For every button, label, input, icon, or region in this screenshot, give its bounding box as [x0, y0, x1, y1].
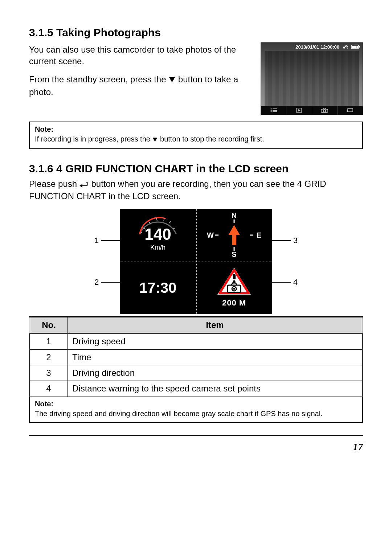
- svg-rect-3: [359, 46, 360, 48]
- callout-2: 2: [94, 277, 120, 288]
- table-cell-item: Distance warning to the speed camera set…: [68, 381, 363, 397]
- svg-point-35: [233, 288, 235, 290]
- paragraph-intro: You can also use this camcorder to take …: [29, 44, 253, 67]
- paragraph-instruction: From the standby screen, press the butto…: [29, 74, 253, 98]
- triangle-down-icon: [152, 135, 158, 145]
- quadrant-warning: 200 M: [196, 262, 272, 314]
- callout-number: 3: [293, 235, 298, 246]
- note-text: If recording is in progress, press the b…: [35, 134, 357, 145]
- text-fragment: From the standby screen, press the: [29, 74, 168, 84]
- svg-line-24: [156, 218, 157, 221]
- svg-point-11: [270, 110, 271, 111]
- table-row: 3Driving direction: [30, 365, 363, 381]
- heading-grid-function-chart: 3.1.6 4 GRID FUNCTION CHART in the LCD s…: [29, 161, 363, 176]
- table-cell-item: Driving direction: [68, 365, 363, 381]
- footer-rule: [29, 435, 363, 436]
- note-title: Note:: [35, 399, 357, 409]
- svg-marker-19: [153, 138, 157, 141]
- table-head-item: Item: [68, 317, 363, 333]
- play-icon: [286, 106, 312, 115]
- paragraph-grid-instruction: Please push button when you are recordin…: [29, 178, 363, 202]
- svg-marker-28: [228, 225, 240, 245]
- table-cell-item: Time: [68, 349, 363, 365]
- svg-rect-4: [352, 46, 354, 48]
- warning-distance: 200 M: [222, 297, 246, 308]
- callout-number: 4: [293, 277, 298, 288]
- table-row: 2Time: [30, 349, 363, 365]
- svg-marker-14: [298, 109, 301, 111]
- quadrant-speed: 140 Km/h: [120, 209, 196, 262]
- camera-icon: [312, 106, 338, 115]
- compass-arrow-icon: [227, 225, 241, 245]
- mode-icon: [338, 106, 363, 115]
- table-cell-item: Driving speed: [68, 333, 363, 349]
- note-title: Note:: [35, 124, 357, 134]
- text-fragment: If recording is in progress, press the: [35, 135, 152, 143]
- table-cell-no: 2: [30, 349, 68, 365]
- speed-camera-warning-icon: [217, 267, 252, 296]
- return-arrow-icon: [79, 179, 89, 190]
- svg-line-27: [173, 228, 175, 229]
- svg-marker-20: [79, 184, 82, 188]
- camera-preview-thumbnail: 2013/01/01 12:00:00: [261, 42, 363, 115]
- svg-rect-17: [348, 108, 353, 112]
- quadrant-compass: N S E W: [196, 209, 272, 262]
- table-cell-no: 3: [30, 365, 68, 381]
- callout-number: 1: [94, 235, 99, 246]
- table-row: 1Driving speed: [30, 333, 363, 349]
- svg-point-10: [270, 108, 271, 109]
- svg-point-32: [233, 280, 236, 283]
- text-fragment: Please push: [29, 179, 79, 189]
- satellite-icon: [342, 44, 348, 49]
- svg-rect-6: [356, 46, 358, 48]
- battery-icon: [351, 44, 360, 49]
- triangle-down-icon: [168, 74, 176, 86]
- table-cell-no: 4: [30, 381, 68, 397]
- svg-point-16: [323, 110, 326, 112]
- svg-point-1: [343, 47, 345, 48]
- text-fragment: button to stop the recording first.: [160, 135, 264, 143]
- gauge-arc-icon: [132, 212, 183, 237]
- note-box-1: Note: If recording is in progress, press…: [29, 122, 363, 149]
- svg-marker-0: [169, 77, 175, 82]
- heading-taking-photographs: 3.1.5 Taking Photographs: [29, 25, 363, 40]
- note-text: The driving speed and driving direction …: [35, 409, 357, 419]
- compass-s: S: [232, 250, 236, 259]
- grid-function-table: No. Item 1Driving speed 2Time 3Driving d…: [29, 316, 363, 397]
- menu-icon: [261, 106, 286, 115]
- timestamp-label: 2013/01/01 12:00:00: [295, 44, 339, 50]
- callout-1: 1: [94, 235, 120, 246]
- note-box-2: Note: The driving speed and driving dire…: [29, 397, 363, 423]
- svg-rect-31: [233, 274, 236, 279]
- speed-unit: Km/h: [150, 243, 166, 252]
- callout-3: 3: [272, 235, 298, 246]
- compass-n: N: [232, 211, 237, 221]
- compass-e: E: [257, 230, 261, 240]
- svg-rect-18: [347, 110, 348, 112]
- time-value: 17:30: [139, 278, 176, 297]
- svg-rect-5: [354, 46, 356, 48]
- table-cell-no: 1: [30, 333, 68, 349]
- page-number: 17: [29, 440, 363, 454]
- table-head-no: No.: [30, 317, 68, 333]
- callout-4: 4: [272, 277, 298, 288]
- callout-number: 2: [94, 277, 99, 288]
- svg-point-12: [270, 111, 271, 112]
- quadrant-time: 17:30: [120, 262, 196, 314]
- table-row: 4Distance warning to the speed camera se…: [30, 381, 363, 397]
- lcd-grid-figure: 140 Km/h N S E W: [120, 209, 272, 314]
- svg-line-26: [169, 221, 171, 223]
- compass-w: W: [207, 230, 214, 240]
